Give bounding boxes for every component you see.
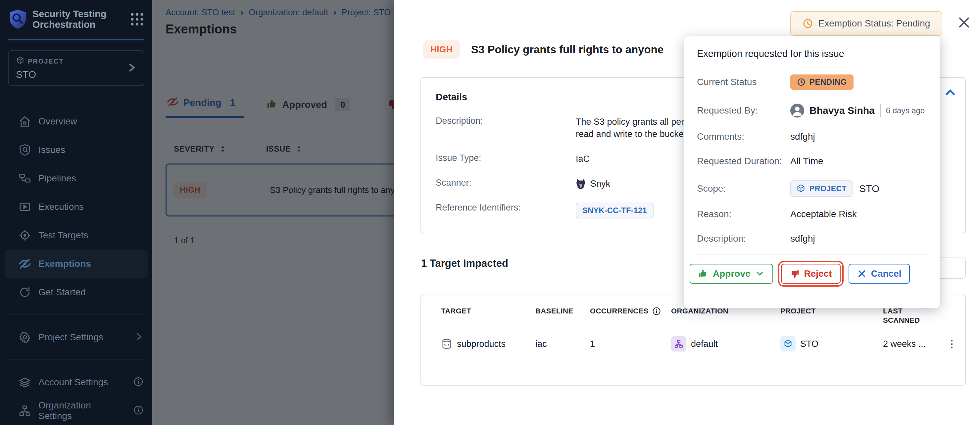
- gear-icon: [19, 331, 31, 344]
- pending-status-badge: PENDING: [790, 75, 854, 90]
- scanner-label: Scanner:: [436, 178, 576, 188]
- requested-duration-label: Requested Duration:: [697, 156, 790, 167]
- reject-button[interactable]: Reject: [781, 264, 841, 284]
- baseline-column-header: BASELINE: [535, 307, 585, 316]
- eye-off-icon: [19, 258, 31, 270]
- targets-table: TARGET BASELINE OCCURRENCES ORGANIZATION…: [420, 294, 966, 385]
- get-started-refresh-icon: [19, 286, 31, 299]
- sidebar-item-executions[interactable]: Executions: [5, 193, 148, 221]
- sidebar-item-pipelines[interactable]: Pipelines: [5, 164, 148, 193]
- scope-project-name: STO: [859, 183, 879, 194]
- target-column-header: TARGET: [441, 307, 491, 316]
- popup-actions: Approve Reject Cancel: [690, 264, 927, 284]
- cancel-button[interactable]: Cancel: [849, 264, 910, 284]
- sidebar-item-get-started[interactable]: Get Started: [5, 278, 148, 307]
- description-label: Description:: [697, 233, 790, 244]
- home-icon: [19, 115, 31, 128]
- sidebar-item-organization-settings[interactable]: Organization Settings: [5, 396, 148, 425]
- project-column-header: PROJECT: [780, 307, 830, 316]
- target-container-icon: [441, 338, 452, 350]
- divider: [880, 104, 881, 117]
- requested-duration-value: All Time: [790, 156, 927, 167]
- reference-identifiers-label: Reference Identifiers:: [436, 202, 576, 213]
- occurrences-column-header: OCCURRENCES: [590, 307, 671, 316]
- clock-icon: [797, 78, 805, 86]
- sidebar-item-issues[interactable]: Issues: [5, 136, 148, 164]
- sidebar-item-overview[interactable]: Overview: [5, 107, 148, 136]
- project-cell: STO: [780, 336, 883, 352]
- approve-button[interactable]: Approve: [690, 264, 773, 284]
- organization-cell: default: [671, 336, 780, 352]
- requested-time-ago: 6 days ago: [886, 106, 925, 115]
- project-selector-name: STO: [16, 69, 137, 80]
- popup-title: Exemption requested for this issue: [697, 48, 927, 59]
- sidebar-nav: Overview Issues Pipelines Executions: [0, 107, 152, 307]
- last-scanned-column-header: LAST SCANNED: [883, 307, 933, 325]
- last-scanned-cell: 2 weeks ...: [883, 339, 939, 349]
- executions-play-icon: [19, 201, 31, 213]
- shield-search-icon: [19, 144, 31, 156]
- sidebar-divider: [8, 314, 144, 315]
- comments-value: sdfghj: [790, 131, 927, 142]
- exemption-review-popup: Exemption requested for this issue Curre…: [684, 37, 940, 308]
- organization-badge-icon: [671, 336, 686, 352]
- info-icon[interactable]: [133, 376, 144, 388]
- info-icon: [652, 307, 661, 316]
- target-cell: subproducts: [441, 338, 535, 350]
- collapse-chevron-up-icon[interactable]: [944, 86, 956, 99]
- thumbs-up-icon: [698, 269, 708, 279]
- organization-column-header: ORGANIZATION: [671, 307, 721, 316]
- sidebar-item-label: Test Targets: [38, 230, 88, 240]
- targets-impacted-heading: 1 Target Impacted: [421, 258, 508, 269]
- close-icon[interactable]: [957, 15, 971, 30]
- clock-icon: [803, 18, 813, 29]
- exemption-status-button[interactable]: Exemption Status: Pending: [790, 11, 942, 36]
- thumbs-down-icon: [790, 269, 800, 279]
- row-menu-dots-icon[interactable]: ⋮: [939, 342, 965, 346]
- project-selector[interactable]: PROJECT STO: [8, 50, 144, 86]
- sidebar-accent-divider: [8, 39, 144, 40]
- avatar: [790, 103, 804, 118]
- reference-id-chip[interactable]: SNYK-CC-TF-121: [576, 202, 654, 218]
- org-chart-icon: [19, 404, 31, 417]
- info-icon[interactable]: [133, 405, 144, 417]
- sidebar-item-label: Overview: [38, 116, 77, 127]
- sidebar-item-exemptions[interactable]: Exemptions: [5, 250, 148, 278]
- app-switcher-grid-icon[interactable]: [130, 12, 144, 27]
- sidebar-item-label: Organization Settings: [38, 400, 126, 421]
- description-label: Description:: [436, 116, 576, 126]
- project-scope-chip: PROJECT: [790, 180, 853, 197]
- screen: Security Testing Orchestration PROJECT: [0, 0, 980, 425]
- target-crosshair-icon: [19, 229, 31, 242]
- reason-value: Acceptable Risk: [790, 209, 927, 220]
- sidebar-item-label: Exemptions: [38, 258, 91, 269]
- target-row[interactable]: subproducts iac 1 default STO 2 weeks ..…: [421, 336, 965, 352]
- sidebar-item-label: Account Settings: [38, 377, 108, 388]
- cube-icon: [796, 184, 805, 193]
- pipelines-icon: [19, 172, 31, 185]
- app-title: Security Testing Orchestration: [32, 9, 124, 30]
- sidebar-item-account-settings[interactable]: Account Settings: [5, 368, 148, 396]
- requested-by-label: Requested By:: [697, 105, 790, 116]
- issue-detail-header: HIGH S3 Policy grants full rights to any…: [423, 40, 663, 59]
- sidebar-item-label: Project Settings: [38, 332, 103, 342]
- severity-badge: HIGH: [423, 40, 460, 59]
- sidebar-item-project-settings[interactable]: Project Settings: [5, 323, 148, 352]
- baseline-cell: iac: [535, 339, 590, 349]
- description-value: sdfghj: [790, 233, 927, 244]
- chevron-down-icon: [755, 269, 764, 279]
- popup-divider: [697, 254, 927, 255]
- project-badge-icon: [780, 336, 795, 352]
- chevron-right-icon: [134, 332, 144, 343]
- snyk-logo-icon: [576, 178, 586, 190]
- layers-icon: [19, 376, 31, 388]
- cube-icon: [16, 56, 24, 66]
- sidebar: Security Testing Orchestration PROJECT: [0, 0, 152, 425]
- comments-label: Comments:: [697, 131, 790, 142]
- reason-label: Reason:: [697, 209, 790, 220]
- occurrences-cell: 1: [590, 339, 671, 349]
- current-status-label: Current Status: [697, 77, 790, 88]
- close-icon: [857, 269, 866, 279]
- sidebar-item-test-targets[interactable]: Test Targets: [5, 221, 148, 250]
- requested-by-value: Bhavya Sinha 6 days ago: [790, 103, 927, 118]
